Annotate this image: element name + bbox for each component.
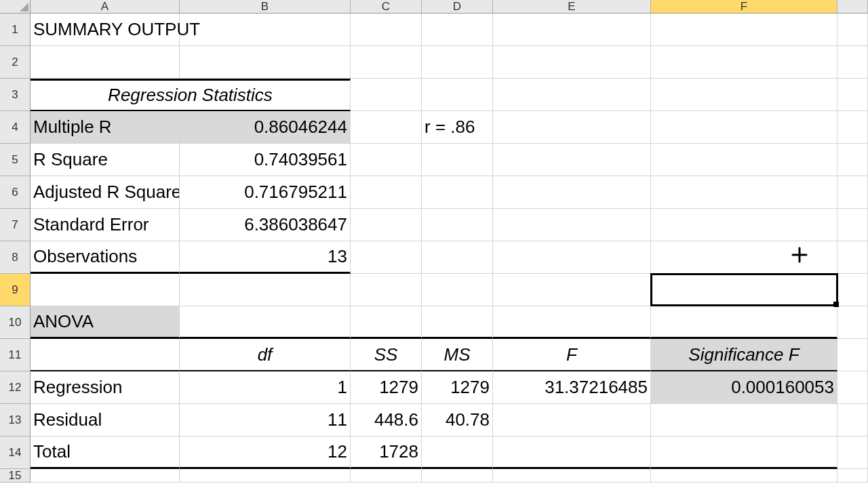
cell-B10[interactable]: [180, 306, 351, 339]
cell-D8[interactable]: [422, 241, 493, 274]
cell-E6[interactable]: [493, 176, 651, 209]
cell-F11[interactable]: Significance F: [651, 339, 837, 371]
cell-B6[interactable]: 0.716795211: [180, 176, 351, 209]
row-header-15[interactable]: 15: [0, 469, 31, 483]
cell-C11[interactable]: SS: [351, 339, 422, 371]
cell-A11[interactable]: [31, 339, 180, 371]
cell-E1[interactable]: [493, 14, 651, 46]
col-header-E[interactable]: E: [493, 0, 651, 14]
cell-E5[interactable]: [493, 144, 651, 176]
cell-E7[interactable]: [493, 209, 651, 241]
select-all-corner[interactable]: [0, 0, 31, 14]
row-header-14[interactable]: 14: [0, 436, 31, 469]
cell-C14[interactable]: 1728: [351, 436, 422, 469]
cell-B11[interactable]: df: [180, 339, 351, 371]
cell-G13[interactable]: [837, 404, 868, 436]
cell-B8[interactable]: 13: [180, 241, 351, 274]
cell-F12[interactable]: 0.000160053: [651, 371, 837, 404]
col-header-G[interactable]: [837, 0, 868, 14]
cell-F14[interactable]: [651, 436, 837, 469]
cell-E4[interactable]: [493, 111, 651, 144]
cell-C5[interactable]: [351, 144, 422, 176]
cell-C2[interactable]: [351, 46, 422, 79]
cell-B15[interactable]: [180, 469, 351, 483]
row-header-2[interactable]: 2: [0, 46, 31, 79]
cell-F4[interactable]: [651, 111, 837, 144]
cell-G10[interactable]: [837, 306, 868, 339]
cell-A9[interactable]: [31, 274, 180, 306]
cell-F13[interactable]: [651, 404, 837, 436]
cell-D2[interactable]: [422, 46, 493, 79]
col-header-C[interactable]: C: [351, 0, 422, 14]
row-header-11[interactable]: 11: [0, 339, 31, 371]
cell-E13[interactable]: [493, 404, 651, 436]
cell-F10[interactable]: [651, 306, 837, 339]
row-header-13[interactable]: 13: [0, 404, 31, 436]
cell-A4[interactable]: Multiple R: [31, 111, 180, 144]
col-header-A[interactable]: A: [31, 0, 180, 14]
cell-A1[interactable]: SUMMARY OUTPUT: [31, 14, 180, 46]
cell-F9[interactable]: [651, 274, 837, 306]
cell-G3[interactable]: [837, 79, 868, 111]
cell-D4[interactable]: r = .86: [422, 111, 493, 144]
cell-B7[interactable]: 6.386038647: [180, 209, 351, 241]
cell-D9[interactable]: [422, 274, 493, 306]
cell-G7[interactable]: [837, 209, 868, 241]
row-header-5[interactable]: 5: [0, 144, 31, 176]
cell-B5[interactable]: 0.74039561: [180, 144, 351, 176]
cell-B4[interactable]: 0.86046244: [180, 111, 351, 144]
cell-F3[interactable]: [651, 79, 837, 111]
cell-E8[interactable]: [493, 241, 651, 274]
cell-E14[interactable]: [493, 436, 651, 469]
cell-D3[interactable]: [422, 79, 493, 111]
cell-A10[interactable]: ANOVA: [31, 306, 180, 339]
cell-D10[interactable]: [422, 306, 493, 339]
cell-D14[interactable]: [422, 436, 493, 469]
cell-F6[interactable]: [651, 176, 837, 209]
cell-F8[interactable]: [651, 241, 837, 274]
row-header-3[interactable]: 3: [0, 79, 31, 111]
cell-C6[interactable]: [351, 176, 422, 209]
cell-G11[interactable]: [837, 339, 868, 371]
cell-C8[interactable]: [351, 241, 422, 274]
cell-D15[interactable]: [422, 469, 493, 483]
cell-D7[interactable]: [422, 209, 493, 241]
cell-G14[interactable]: [837, 436, 868, 469]
cell-B14[interactable]: 12: [180, 436, 351, 469]
row-header-7[interactable]: 7: [0, 209, 31, 241]
cell-G4[interactable]: [837, 111, 868, 144]
cell-F15[interactable]: [651, 469, 837, 483]
cell-C3[interactable]: [351, 79, 422, 111]
row-header-1[interactable]: 1: [0, 14, 31, 46]
spreadsheet-grid[interactable]: A B C D E F 1 SUMMARY OUTPUT 2 3 Regress…: [0, 0, 868, 483]
cell-C7[interactable]: [351, 209, 422, 241]
row-header-12[interactable]: 12: [0, 371, 31, 404]
cell-E2[interactable]: [493, 46, 651, 79]
cell-G5[interactable]: [837, 144, 868, 176]
cell-E3[interactable]: [493, 79, 651, 111]
cell-E15[interactable]: [493, 469, 651, 483]
cell-E11[interactable]: F: [493, 339, 651, 371]
cell-F2[interactable]: [651, 46, 837, 79]
cell-A3[interactable]: Regression Statistics: [31, 79, 351, 111]
cell-A8[interactable]: Observations: [31, 241, 180, 274]
cell-G12[interactable]: [837, 371, 868, 404]
cell-C4[interactable]: [351, 111, 422, 144]
cell-D1[interactable]: [422, 14, 493, 46]
row-header-9[interactable]: 9: [0, 274, 31, 306]
cell-E12[interactable]: 31.37216485: [493, 371, 651, 404]
cell-A15[interactable]: [31, 469, 180, 483]
col-header-F[interactable]: F: [651, 0, 837, 14]
cell-C10[interactable]: [351, 306, 422, 339]
cell-D6[interactable]: [422, 176, 493, 209]
cell-G8[interactable]: [837, 241, 868, 274]
cell-B9[interactable]: [180, 274, 351, 306]
cell-A2[interactable]: [31, 46, 180, 79]
cell-E10[interactable]: [493, 306, 651, 339]
cell-C12[interactable]: 1279: [351, 371, 422, 404]
cell-F5[interactable]: [651, 144, 837, 176]
cell-C13[interactable]: 448.6: [351, 404, 422, 436]
cell-A13[interactable]: Residual: [31, 404, 180, 436]
cell-C1[interactable]: [351, 14, 422, 46]
cell-A5[interactable]: R Square: [31, 144, 180, 176]
